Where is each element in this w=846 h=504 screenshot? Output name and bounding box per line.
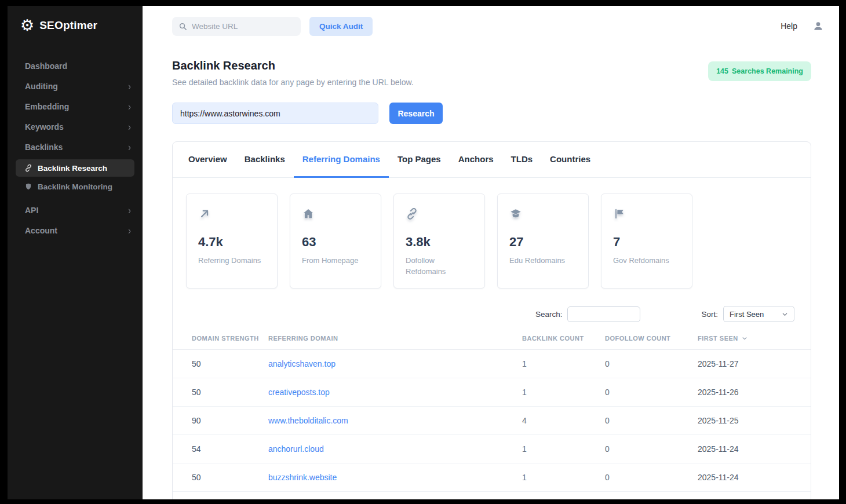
stat-label: Edu Refdomains bbox=[509, 255, 573, 266]
sidebar-item-account[interactable]: Account › bbox=[8, 220, 143, 240]
search-icon bbox=[178, 22, 187, 31]
backlink-count-cell: 1 bbox=[522, 359, 605, 368]
sort-select[interactable]: First Seen bbox=[723, 306, 794, 322]
table-row: 50 analyticshaven.top 1 0 2025-11-27 bbox=[173, 350, 811, 378]
sidebar-item-label: API bbox=[25, 206, 38, 215]
sidebar-item-embedding[interactable]: Embedding › bbox=[8, 96, 143, 116]
arrow-up-right-icon bbox=[198, 207, 211, 220]
tab-countries[interactable]: Countries bbox=[541, 142, 599, 178]
tab-overview[interactable]: Overview bbox=[180, 142, 236, 178]
referring-domain-link[interactable]: buzzshrink.website bbox=[268, 473, 337, 482]
header-first-seen[interactable]: First Seen bbox=[698, 335, 794, 342]
dofollow-count-cell: 0 bbox=[605, 388, 698, 397]
dofollow-count-cell: 0 bbox=[605, 444, 698, 454]
header-backlink-count: Backlink Count bbox=[522, 335, 605, 342]
backlinks-submenu: Backlink Research Backlink Monitoring bbox=[8, 157, 143, 200]
sidebar-item-label: Embedding bbox=[25, 102, 69, 111]
first-seen-cell: 2025-11-26 bbox=[698, 388, 794, 397]
quick-audit-button[interactable]: Quick Audit bbox=[309, 17, 373, 36]
backlink-count-cell: 4 bbox=[522, 416, 605, 425]
app-window: ⚙ SEOptimer Dashboard Auditing › Embeddi… bbox=[8, 6, 839, 499]
chevron-right-icon: › bbox=[128, 81, 131, 92]
sidebar-item-backlinks[interactable]: Backlinks › bbox=[8, 137, 143, 157]
sidebar-item-label: Backlinks bbox=[25, 143, 63, 152]
sidebar-menu: Dashboard Auditing › Embedding › Keyword… bbox=[8, 43, 143, 240]
chevron-right-icon: › bbox=[128, 225, 131, 236]
link-icon bbox=[24, 164, 32, 172]
backlink-count-cell: 1 bbox=[522, 388, 605, 397]
first-seen-cell: 2025-11-25 bbox=[698, 416, 794, 425]
sort-caret-icon bbox=[742, 335, 747, 341]
dofollow-count-cell: 0 bbox=[605, 359, 698, 368]
first-seen-cell: 2025-11-24 bbox=[698, 444, 794, 454]
stat-label: Gov Refdomains bbox=[613, 255, 677, 266]
dofollow-count-cell: 0 bbox=[605, 416, 698, 425]
first-seen-cell: 2025-11-24 bbox=[698, 473, 794, 482]
backlink-url-input[interactable] bbox=[172, 103, 378, 124]
table-row: 90 www.thebolditalic.com 4 0 2025-11-25 bbox=[173, 407, 811, 435]
research-button[interactable]: Research bbox=[389, 103, 443, 124]
tab-top-pages[interactable]: Top Pages bbox=[389, 142, 450, 178]
sidebar-item-backlink-research[interactable]: Backlink Research bbox=[16, 159, 134, 177]
search-input[interactable] bbox=[192, 22, 294, 31]
tabs: Overview Backlinks Referring Domains Top… bbox=[173, 142, 811, 178]
header-referring-domain: Referring Domain bbox=[268, 335, 522, 342]
page-head: Backlink Research See detailed backlink … bbox=[172, 59, 811, 87]
referring-domain-link[interactable]: creativeposts.top bbox=[268, 388, 330, 397]
table-search-input[interactable] bbox=[567, 306, 640, 322]
chevron-right-icon: › bbox=[128, 205, 131, 216]
stat-card-dofollow: 3.8k Dofollow Refdomains bbox=[393, 193, 485, 288]
table-search-label: Search: bbox=[535, 310, 563, 319]
sidebar: ⚙ SEOptimer Dashboard Auditing › Embeddi… bbox=[8, 6, 143, 499]
header-first-seen-label: First Seen bbox=[698, 335, 738, 342]
domain-strength-cell: 50 bbox=[192, 473, 268, 482]
sidebar-item-label: Auditing bbox=[25, 82, 58, 91]
website-url-search[interactable] bbox=[172, 17, 301, 36]
chevron-right-icon: › bbox=[128, 142, 131, 152]
tab-tlds[interactable]: TLDs bbox=[502, 142, 542, 178]
searches-remaining-badge: 145 Searches Remaining bbox=[708, 61, 811, 81]
dofollow-count-cell: 0 bbox=[605, 473, 698, 482]
tab-anchors[interactable]: Anchors bbox=[450, 142, 502, 178]
table-row: 54 anchorurl.cloud 1 0 2025-11-24 bbox=[173, 435, 811, 463]
referring-domain-link[interactable]: anchorurl.cloud bbox=[268, 444, 324, 454]
stat-value: 3.8k bbox=[406, 235, 473, 250]
sort-group: Sort: First Seen bbox=[701, 306, 794, 322]
logo-text: SEOptimer bbox=[39, 19, 97, 32]
sort-label: Sort: bbox=[701, 310, 718, 319]
stat-value: 4.7k bbox=[198, 235, 265, 250]
stat-label: Referring Domains bbox=[198, 255, 262, 266]
sidebar-item-auditing[interactable]: Auditing › bbox=[8, 76, 143, 96]
seoptimer-gear-icon: ⚙ bbox=[20, 18, 34, 34]
link-icon bbox=[406, 207, 418, 220]
backlink-count-cell: 1 bbox=[522, 444, 605, 454]
help-link[interactable]: Help bbox=[781, 21, 797, 31]
backlink-count-cell: 1 bbox=[522, 473, 605, 482]
referring-domains-table: Domain Strength Referring Domain Backlin… bbox=[173, 335, 811, 492]
page-title: Backlink Research bbox=[172, 59, 414, 72]
sidebar-item-label: Keywords bbox=[25, 122, 64, 132]
chevron-right-icon: › bbox=[128, 101, 131, 112]
user-icon[interactable] bbox=[812, 20, 824, 32]
referring-domain-link[interactable]: analyticshaven.top bbox=[268, 359, 336, 368]
stat-label: Dofollow Refdomains bbox=[406, 255, 469, 277]
sidebar-item-api[interactable]: API › bbox=[8, 200, 143, 220]
sidebar-item-dashboard[interactable]: Dashboard bbox=[8, 56, 143, 76]
stat-card-edu: 27 Edu Refdomains bbox=[497, 193, 589, 288]
graduation-cap-icon bbox=[509, 207, 522, 220]
domain-strength-cell: 50 bbox=[192, 388, 268, 397]
sidebar-subitem-label: Backlink Research bbox=[38, 164, 107, 173]
tab-referring-domains[interactable]: Referring Domains bbox=[294, 142, 389, 178]
sidebar-item-backlink-monitoring[interactable]: Backlink Monitoring bbox=[16, 178, 134, 195]
sidebar-item-keywords[interactable]: Keywords › bbox=[8, 116, 143, 137]
sidebar-item-label: Account bbox=[25, 226, 57, 235]
tab-backlinks[interactable]: Backlinks bbox=[236, 142, 294, 178]
stat-value: 27 bbox=[509, 235, 577, 250]
table-header-row: Domain Strength Referring Domain Backlin… bbox=[173, 335, 811, 350]
stat-value: 63 bbox=[302, 235, 369, 250]
referring-domain-link[interactable]: www.thebolditalic.com bbox=[268, 416, 348, 425]
first-seen-cell: 2025-11-27 bbox=[698, 359, 794, 368]
content: Backlink Research See detailed backlink … bbox=[143, 46, 839, 499]
sidebar-item-label: Dashboard bbox=[25, 61, 67, 71]
logo[interactable]: ⚙ SEOptimer bbox=[8, 6, 143, 43]
